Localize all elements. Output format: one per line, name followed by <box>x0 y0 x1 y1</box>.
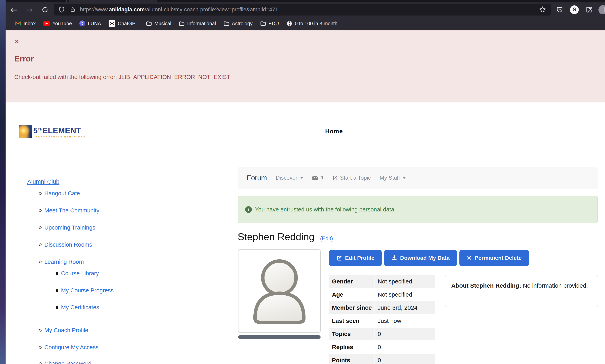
sidebar-item-course-library[interactable]: Course Library <box>56 270 99 277</box>
circle-bullet-icon <box>39 346 41 349</box>
desktop-wallpaper-strip <box>0 0 6 364</box>
reload-icon <box>41 6 49 13</box>
bookmark-star-icon[interactable] <box>539 6 546 13</box>
sidebar-item-my-course-progress[interactable]: My Course Progress <box>56 287 114 294</box>
x-icon: ✕ <box>467 255 472 261</box>
forum-messages[interactable]: 0 <box>312 175 323 181</box>
bookmark-youtube[interactable]: YouTube <box>43 21 72 26</box>
download-my-data-button[interactable]: Download My Data <box>384 250 457 266</box>
chevron-down-icon <box>403 177 406 179</box>
s-badge: S <box>570 5 579 14</box>
pencil-square-icon <box>336 255 342 261</box>
permanent-delete-button[interactable]: ✕ Permanent Delete <box>459 250 529 266</box>
site-logo[interactable]: 5THELEMENT TRANSFORMING BEHAVIORS <box>19 125 86 138</box>
forward-button[interactable]: → <box>24 2 35 17</box>
sidebar-link[interactable]: Learning Room <box>44 259 84 265</box>
profile-details-table: Gender Not specified Age Not specified M… <box>329 275 435 364</box>
square-bullet-icon <box>56 272 58 275</box>
sidebar-link[interactable]: My Certificates <box>61 304 99 311</box>
circle-bullet-icon <box>39 329 41 332</box>
table-row: Points 0 <box>329 354 435 364</box>
sidebar-link[interactable]: Course Library <box>61 270 99 277</box>
sidebar-item-upcoming-trainings[interactable]: Upcoming Trainings <box>39 224 95 231</box>
site-logo-icon <box>19 125 32 138</box>
forum-my-stuff-menu[interactable]: My Stuff <box>380 175 406 181</box>
extension-s-icon[interactable]: S <box>568 2 581 17</box>
about-label: About Stephen Redding: <box>451 282 521 289</box>
profile-avatar <box>238 249 321 333</box>
bookmark-folder-edu[interactable]: EDU <box>260 21 279 26</box>
sidebar-item-configure-my-access[interactable]: Configure My Access <box>39 344 98 351</box>
default-user-icon <box>243 254 316 328</box>
alert-message: You have entrusted us with the following… <box>255 206 396 213</box>
forum-discover-menu[interactable]: Discover <box>276 175 303 181</box>
sidebar-link[interactable]: Meet The Community <box>44 207 99 214</box>
sidebar-link[interactable]: Change Password <box>44 360 91 364</box>
about-text: No information provided. <box>523 282 588 289</box>
sidebar-link[interactable]: Discussion Rooms <box>44 241 92 248</box>
tracking-shield-icon[interactable] <box>58 6 65 13</box>
sidebar-item-my-coach-profile[interactable]: My Coach Profile <box>39 327 88 334</box>
forum-start-topic[interactable]: Start a Topic <box>332 175 371 181</box>
url-bar[interactable]: https://www.anildagia.com/alumni-club/my… <box>54 4 551 15</box>
bookmark-folder-musical[interactable]: Musical <box>146 21 171 26</box>
row-label: Member since <box>329 301 374 314</box>
circle-bullet-icon <box>39 209 41 212</box>
sidebar-link[interactable]: Hangout Cafe <box>44 190 80 197</box>
extensions-puzzle-icon[interactable] <box>583 2 595 17</box>
bookmark-label: 0 to 100 in 3 month... <box>295 21 342 26</box>
lock-icon[interactable] <box>70 7 76 13</box>
horizontal-scrollbar-thumb[interactable] <box>238 335 321 339</box>
sidebar-item-change-password[interactable]: Change Password <box>39 360 91 364</box>
square-bullet-icon <box>56 306 58 309</box>
sidebar-item-meet-the-community[interactable]: Meet The Community <box>39 207 99 214</box>
sidebar-link[interactable]: My Course Progress <box>61 287 114 294</box>
row-value: Not specified <box>374 288 435 301</box>
table-row: Member since June 3rd, 2024 <box>329 301 435 314</box>
sidebar-link[interactable]: Configure My Access <box>44 344 98 351</box>
circle-bullet-icon <box>39 226 41 229</box>
youtube-icon <box>43 21 50 26</box>
url-text[interactable]: https://www.anildagia.com/alumni-club/my… <box>80 7 278 13</box>
bookmarks-bar: Inbox YouTube LUNA ChatGPT Musical Infor… <box>6 17 605 30</box>
row-value: 0 <box>374 354 435 364</box>
profile-avatar-icon[interactable] <box>597 2 605 17</box>
reload-button[interactable] <box>39 2 51 17</box>
sidebar-item-discussion-rooms[interactable]: Discussion Rooms <box>39 241 92 248</box>
row-label: Topics <box>329 328 374 340</box>
bookmark-label: ChatGPT <box>118 21 138 26</box>
edit-profile-button[interactable]: Edit Profile <box>329 250 382 266</box>
circle-bullet-icon <box>39 192 41 195</box>
back-button[interactable]: ← <box>8 2 20 17</box>
table-row: Last seen Just now <box>329 314 435 327</box>
row-label: Gender <box>329 275 374 288</box>
site-logo-text: 5THELEMENT TRANSFORMING BEHAVIORS <box>33 125 86 138</box>
close-icon[interactable]: × <box>14 39 19 44</box>
bookmark-label: LUNA <box>88 21 101 26</box>
sidebar-link[interactable]: Upcoming Trainings <box>44 224 95 231</box>
sidebar-item-hangout-cafe[interactable]: Hangout Cafe <box>39 190 80 197</box>
bookmark-0-to-100[interactable]: 0 to 100 in 3 month... <box>287 21 342 26</box>
bookmark-chatgpt[interactable]: ChatGPT <box>109 20 138 27</box>
message-count: 0 <box>320 175 323 181</box>
row-label: Replies <box>329 341 374 353</box>
bookmark-label: Musical <box>154 21 171 26</box>
sidebar-root-alumni-club[interactable]: Alumni Club <box>27 178 59 185</box>
sidebar-link[interactable]: My Coach Profile <box>44 327 88 334</box>
edit-profile-link[interactable]: (Edit) <box>320 235 333 242</box>
sidebar-item-my-certificates[interactable]: My Certificates <box>56 304 99 311</box>
bookmark-label: Astrology <box>232 21 253 26</box>
sidebar-item-learning-room[interactable]: Learning Room <box>39 259 84 265</box>
bookmark-folder-informational[interactable]: Informational <box>179 21 216 26</box>
bookmark-folder-astrology[interactable]: Astrology <box>224 21 253 26</box>
logo-tagline: TRANSFORMING BEHAVIORS <box>33 135 86 138</box>
bookmark-luna[interactable]: LUNA <box>79 21 101 26</box>
bookmark-inbox[interactable]: Inbox <box>15 21 36 26</box>
bookmark-label: Inbox <box>24 21 36 26</box>
profile-actions: Edit Profile Download My Data ✕ Permanen… <box>329 250 529 266</box>
logo-name: 5THELEMENT <box>33 125 86 135</box>
nav-home[interactable]: Home <box>325 128 343 135</box>
active-tab-edge[interactable] <box>69 0 157 2</box>
pocket-icon[interactable] <box>553 2 566 17</box>
forum-toolbar: Forum Discover 0 Start a Topic My Stuff <box>238 167 598 189</box>
